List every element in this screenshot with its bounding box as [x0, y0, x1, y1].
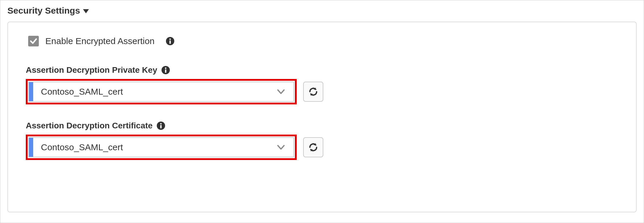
private-key-label: Assertion Decryption Private Key	[26, 65, 157, 75]
private-key-select[interactable]: Contoso_SAML_cert	[28, 82, 294, 102]
private-key-highlight: Contoso_SAML_cert	[26, 79, 297, 104]
info-icon[interactable]	[157, 122, 165, 130]
certificate-select-value: Contoso_SAML_cert	[33, 142, 277, 152]
security-settings-panel: Enable Encrypted Assertion Assertion Dec…	[7, 22, 637, 212]
security-settings-panel-container: Security Settings Enable Encrypted Asser…	[0, 0, 644, 223]
svg-point-0	[169, 38, 171, 40]
svg-point-2	[165, 67, 166, 69]
enable-encrypted-assertion-checkbox[interactable]	[28, 36, 39, 46]
section-header-toggle[interactable]: Security Settings	[7, 6, 637, 16]
select-stripe	[29, 82, 33, 101]
certificate-refresh-button[interactable]	[303, 137, 323, 157]
certificate-field: Assertion Decryption Certificate Contoso…	[26, 121, 618, 160]
refresh-icon	[308, 87, 318, 97]
enable-encrypted-assertion-label: Enable Encrypted Assertion	[45, 36, 155, 46]
certificate-label-row: Assertion Decryption Certificate	[26, 121, 618, 130]
private-key-field: Assertion Decryption Private Key Contoso…	[26, 65, 618, 104]
check-icon	[29, 37, 38, 45]
select-stripe	[29, 138, 33, 157]
private-key-select-value: Contoso_SAML_cert	[33, 87, 277, 97]
svg-rect-3	[165, 70, 166, 73]
private-key-select-row: Contoso_SAML_cert	[26, 79, 618, 104]
svg-rect-5	[160, 125, 162, 128]
certificate-select-row: Contoso_SAML_cert	[26, 135, 618, 160]
svg-rect-1	[169, 41, 171, 44]
certificate-label: Assertion Decryption Certificate	[26, 121, 153, 130]
certificate-highlight: Contoso_SAML_cert	[26, 135, 297, 160]
refresh-icon	[308, 142, 318, 152]
enable-encrypted-assertion-row: Enable Encrypted Assertion	[28, 36, 618, 46]
chevron-down-icon	[277, 89, 293, 95]
chevron-down-icon	[277, 144, 293, 150]
svg-point-4	[160, 123, 162, 125]
private-key-refresh-button[interactable]	[303, 82, 323, 102]
certificate-select[interactable]: Contoso_SAML_cert	[28, 137, 294, 157]
section-title: Security Settings	[7, 6, 80, 16]
info-icon[interactable]	[162, 66, 170, 74]
caret-down-icon	[83, 9, 89, 13]
info-icon[interactable]	[166, 37, 174, 45]
private-key-label-row: Assertion Decryption Private Key	[26, 65, 618, 75]
